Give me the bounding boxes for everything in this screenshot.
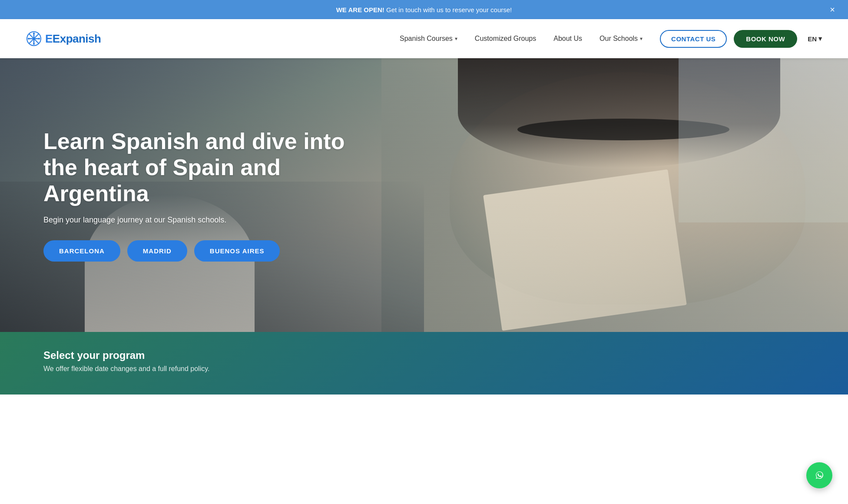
program-section: Select your program We offer flexible da…	[0, 332, 848, 395]
main-nav: EExpanish Spanish Courses ▾ Customized G…	[0, 19, 848, 58]
hero-section: Learn Spanish and dive into the heart of…	[0, 58, 848, 332]
nav-actions: CONTACT US BOOK NOW EN ▾	[660, 30, 822, 48]
language-selector[interactable]: EN ▾	[808, 35, 822, 43]
announcement-text: WE ARE OPEN! Get in touch with us to res…	[336, 6, 512, 13]
nav-link-our-schools[interactable]: Our Schools ▾	[600, 35, 643, 43]
nav-item-about-us[interactable]: About Us	[553, 35, 582, 43]
svg-point-6	[33, 33, 35, 34]
svg-point-7	[33, 43, 35, 45]
logo-icon	[26, 31, 42, 46]
nav-link-spanish-courses[interactable]: Spanish Courses ▾	[400, 35, 457, 43]
svg-point-8	[28, 38, 30, 40]
chevron-down-icon: ▾	[455, 36, 457, 42]
hero-subtitle: Begin your language journey at our Spani…	[43, 216, 805, 225]
announcement-bold: WE ARE OPEN!	[336, 6, 384, 13]
nav-item-our-schools[interactable]: Our Schools ▾	[600, 35, 643, 43]
nav-item-spanish-courses[interactable]: Spanish Courses ▾	[400, 35, 457, 43]
close-announcement-button[interactable]: ×	[830, 5, 835, 14]
chevron-down-icon-schools: ▾	[640, 36, 643, 42]
contact-us-button[interactable]: CONTACT US	[660, 30, 727, 48]
announcement-body: Get in touch with us to reserve your cou…	[386, 6, 512, 13]
logo-text: EExpanish	[45, 32, 101, 46]
madrid-button[interactable]: MADRID	[127, 240, 187, 262]
svg-point-5	[33, 37, 35, 40]
nav-links: Spanish Courses ▾ Customized Groups Abou…	[400, 35, 643, 43]
hero-title: Learn Spanish and dive into the heart of…	[43, 129, 348, 206]
hero-content: Learn Spanish and dive into the heart of…	[0, 58, 848, 332]
svg-point-9	[38, 38, 40, 40]
nav-item-customized-groups[interactable]: Customized Groups	[475, 35, 536, 43]
lang-chevron-icon: ▾	[818, 35, 822, 43]
announcement-bar: WE ARE OPEN! Get in touch with us to res…	[0, 0, 848, 19]
program-subtext: We offer flexible date changes and a ful…	[43, 365, 805, 373]
barcelona-button[interactable]: BARCELONA	[43, 240, 120, 262]
hero-buttons: BARCELONA MADRID BUENOS AIRES	[43, 240, 805, 262]
logo[interactable]: EExpanish	[26, 31, 101, 46]
nav-link-about-us[interactable]: About Us	[553, 35, 582, 43]
nav-link-customized-groups[interactable]: Customized Groups	[475, 35, 536, 43]
lang-label: EN	[808, 35, 817, 43]
program-heading: Select your program	[43, 349, 805, 361]
book-now-button[interactable]: BOOK NOW	[734, 30, 797, 48]
buenos-aires-button[interactable]: BUENOS AIRES	[194, 240, 280, 262]
